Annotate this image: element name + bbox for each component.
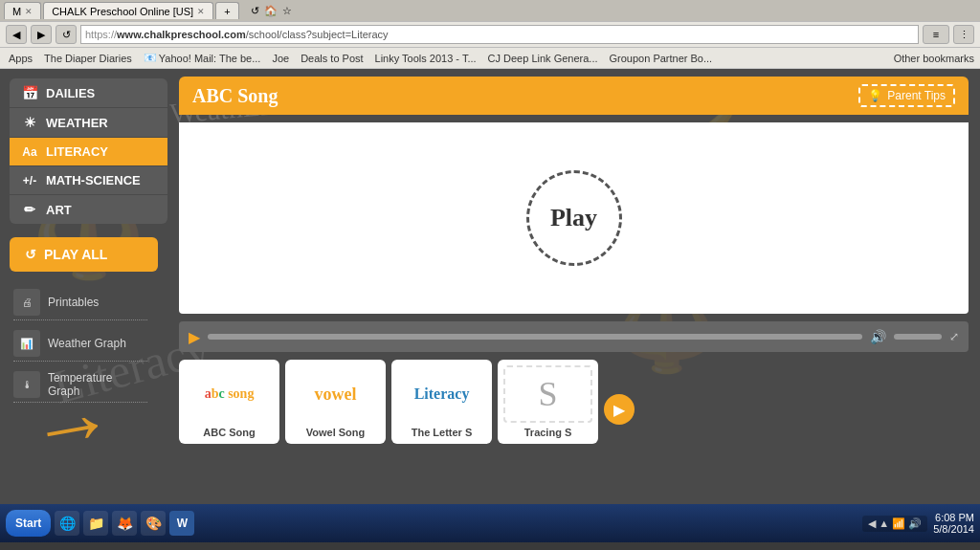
play-all-button[interactable]: ↺ PLAY ALL <box>10 237 158 272</box>
tab-close-mail[interactable]: ✕ <box>25 7 33 16</box>
start-button[interactable]: Start <box>6 510 51 537</box>
tab-close-chalk[interactable]: ✕ <box>197 7 205 16</box>
tile-tracing-s[interactable]: S Tracing S <box>498 360 598 444</box>
bm-joe[interactable]: Joe <box>269 52 292 65</box>
bookmarks-bar: Apps The Diaper Diaries 📧Yahoo! Mail: Th… <box>0 48 980 69</box>
bm-yahoo-icon: 📧 <box>144 52 157 64</box>
tab-bar: M ✕ CHALK Preschool Online [US] ✕ + ↺ 🏠 … <box>0 0 980 21</box>
taskbar-word-icon[interactable]: W <box>169 511 194 536</box>
tile-literacy-inner: Literacy <box>397 365 486 423</box>
tile-vowel-label: Vowel Song <box>291 427 380 438</box>
parent-tips-label: Parent Tips <box>887 89 946 102</box>
sidebar: 📅 DAILIES ☀ WEATHER Aa LITERACY +/- MATH… <box>0 69 167 504</box>
math-icon: +/- <box>21 174 38 187</box>
bm-diaper-label: The Diaper Diaries <box>44 53 132 64</box>
tile-vowel-text: vowel <box>315 385 357 405</box>
forward-button[interactable]: ▶ <box>31 25 52 44</box>
bm-diaper[interactable]: The Diaper Diaries <box>41 52 135 65</box>
progress-bar[interactable] <box>208 334 862 340</box>
sys-tray-icons: ◀ ▲ 📶 🔊 <box>868 517 922 530</box>
tile-vowel-song[interactable]: vowel Vowel Song <box>285 360 386 444</box>
volume-slider[interactable] <box>894 334 942 340</box>
weather-graph-icon: 📊 <box>13 330 40 357</box>
art-icon: ✏ <box>21 202 38 217</box>
tile-abc-label: ABC Song <box>185 427 274 438</box>
printables-icon: 🖨 <box>13 289 40 316</box>
tab-new[interactable]: + <box>215 2 238 19</box>
media-play-button[interactable]: ▶ <box>189 328 200 346</box>
content-header: ABC Song 💡 Parent Tips <box>179 77 969 115</box>
extra-weather-graph[interactable]: 📊 Weather Graph <box>13 330 147 362</box>
icon-star[interactable]: ☆ <box>282 5 292 17</box>
refresh-button[interactable]: ↺ <box>56 25 77 44</box>
content-title: ABC Song <box>192 85 278 107</box>
bm-apps[interactable]: Apps <box>6 52 35 65</box>
extra-printables[interactable]: 🖨 Printables <box>13 289 147 320</box>
nav-item-literacy[interactable]: Aa LITERACY <box>10 138 167 166</box>
icon-refresh[interactable]: ↺ <box>251 5 259 17</box>
media-controls: ▶ 🔊 ⤢ <box>179 321 969 352</box>
bm-cj[interactable]: CJ Deep Link Genera... <box>485 52 601 65</box>
bm-cj-label: CJ Deep Link Genera... <box>488 53 598 64</box>
settings-btn[interactable]: ⋮ <box>953 25 974 44</box>
bm-linky-label: Linky Tools 2013 - T... <box>375 53 477 64</box>
taskbar: Start 🌐 📁 🦊 🎨 W ◀ ▲ 📶 🔊 6:08 PM 5/8/2014 <box>0 504 980 542</box>
tile-abc-song[interactable]: abc song ABC Song <box>179 360 279 444</box>
tab-mail[interactable]: M ✕ <box>4 2 41 19</box>
taskbar-right: ◀ ▲ 📶 🔊 6:08 PM 5/8/2014 <box>862 512 974 535</box>
extensions-btn[interactable]: ≡ <box>923 25 949 44</box>
play-all-label: PLAY ALL <box>44 247 107 262</box>
tab-chalk-label: CHALK Preschool Online [US] <box>52 6 193 17</box>
taskbar-firefox-icon[interactable]: 🦊 <box>112 511 137 536</box>
tile-literacy-label: The Letter S <box>397 427 486 438</box>
bm-other[interactable]: Other bookmarks <box>894 53 974 64</box>
play-button[interactable]: Play <box>526 170 622 266</box>
bm-linky[interactable]: Linky Tools 2013 - T... <box>372 52 479 65</box>
taskbar-folder-icon[interactable]: 📁 <box>83 511 108 536</box>
tab-mail-label: M <box>12 6 21 17</box>
bm-deals[interactable]: Deals to Post <box>298 52 366 65</box>
clock-time: 6:08 PM <box>933 512 974 523</box>
bm-yahoo-label: Yahoo! Mail: The be... <box>159 53 261 64</box>
tile-vowel-inner: vowel <box>291 365 380 423</box>
bm-groupon-label: Groupon Partner Bo... <box>610 53 713 64</box>
browser-icon-row: ↺ 🏠 ☆ <box>247 1 296 20</box>
bm-deals-label: Deals to Post <box>301 53 363 64</box>
nav-literacy-label: LITERACY <box>46 144 108 159</box>
extra-temperature-graph[interactable]: 🌡 Temperature Graph <box>13 371 147 403</box>
bm-groupon[interactable]: Groupon Partner Bo... <box>607 52 716 65</box>
parent-tips-badge[interactable]: 💡 Parent Tips <box>858 84 955 107</box>
back-button[interactable]: ◀ <box>6 25 27 44</box>
nav-menu: 📅 DAILIES ☀ WEATHER Aa LITERACY +/- MATH… <box>10 78 167 224</box>
nav-item-dailies[interactable]: 📅 DAILIES <box>10 78 167 108</box>
temperature-graph-icon: 🌡 <box>13 371 40 398</box>
expand-icon[interactable]: ⤢ <box>949 330 959 343</box>
bm-joe-label: Joe <box>272 53 289 64</box>
main-content: ABC Song 💡 Parent Tips Play ▶ 🔊 ⤢ <box>167 69 980 504</box>
nav-dailies-label: DAILIES <box>46 86 95 100</box>
lightbulb-icon: 💡 <box>868 89 882 102</box>
tab-chalk[interactable]: CHALK Preschool Online [US] ✕ <box>43 2 213 19</box>
volume-icon: 🔊 <box>870 329 886 344</box>
nav-item-math-science[interactable]: +/- MATH-SCIENCE <box>10 166 167 195</box>
nav-art-label: ART <box>46 203 72 217</box>
bm-yahoo[interactable]: 📧Yahoo! Mail: The be... <box>141 51 264 65</box>
app-area: ⚡ 🔱 🔱 🔱 WeathER Literacy → 📅 DAILIES ☀ W… <box>0 69 980 504</box>
nav-item-art[interactable]: ✏ ART <box>10 195 167 224</box>
url-domain: www.chalkpreschool.com <box>117 29 246 40</box>
tile-tracing-label: Tracing S <box>503 427 592 438</box>
play-label: Play <box>550 204 597 232</box>
bm-apps-label: Apps <box>9 53 33 64</box>
taskbar-ie-icon[interactable]: 🌐 <box>55 511 79 536</box>
nav-math-label: MATH-SCIENCE <box>46 173 141 187</box>
temperature-graph-label: Temperature Graph <box>48 371 147 398</box>
taskbar-photoshop-icon[interactable]: 🎨 <box>141 511 166 536</box>
printables-label: Printables <box>48 296 99 309</box>
tile-the-letter-s[interactable]: Literacy The Letter S <box>391 360 492 444</box>
next-button[interactable]: ▶ <box>604 394 635 425</box>
nav-item-weather[interactable]: ☀ WEATHER <box>10 108 167 138</box>
icon-home[interactable]: 🏠 <box>264 5 278 17</box>
address-bar[interactable]: https:// www.chalkpreschool.com /school/… <box>80 25 919 44</box>
dailies-icon: 📅 <box>21 85 38 100</box>
nav-weather-label: WEATHER <box>46 116 108 130</box>
